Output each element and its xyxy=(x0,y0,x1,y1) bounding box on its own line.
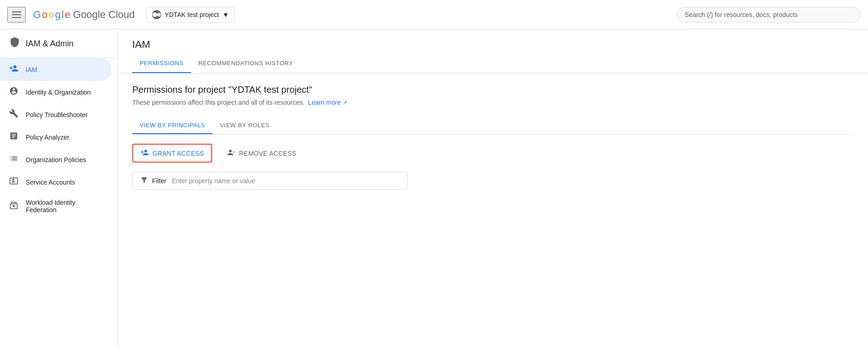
learn-more-link[interactable]: Learn more xyxy=(308,99,341,106)
main-content: Permissions for project "YDTAK test proj… xyxy=(118,73,868,201)
monitor-account-icon xyxy=(9,176,18,188)
remove-access-label: REMOVE ACCESS xyxy=(239,150,296,157)
dropdown-chevron-icon: ▼ xyxy=(223,11,229,18)
filter-bar[interactable]: Filter Enter property name or value xyxy=(132,172,408,190)
article-icon xyxy=(9,131,18,143)
filter-icon xyxy=(140,176,148,186)
sidebar-policy-troubleshooter-label: Policy Troubleshooter xyxy=(26,111,88,118)
sidebar-workload-identity-label: Workload Identity Federation xyxy=(26,199,102,214)
person-add-icon xyxy=(9,64,18,75)
sidebar-item-service-accounts[interactable]: Service Accounts xyxy=(0,171,112,193)
sidebar-item-workload-identity[interactable]: Workload Identity Federation xyxy=(0,193,112,219)
sidebar-item-policy-analyzer[interactable]: Policy Analyzer xyxy=(0,126,112,148)
action-buttons: GRANT ACCESS REMOVE ACCESS xyxy=(132,144,853,163)
filter-label: Filter xyxy=(152,177,166,185)
sidebar: IAM & Admin IAM Identity & Organization xyxy=(0,29,118,349)
tab-recommendations-history[interactable]: RECOMMENDATIONS HISTORY xyxy=(191,54,301,73)
sub-tab-view-by-principals[interactable]: VIEW BY PRINCIPALS xyxy=(132,117,213,134)
sidebar-item-iam[interactable]: IAM xyxy=(0,58,112,81)
page-title: IAM xyxy=(118,29,868,51)
search-bar[interactable]: Search (/) for resources, docs, products xyxy=(677,7,861,23)
tab-permissions[interactable]: PERMISSIONS xyxy=(132,54,191,73)
sidebar-policy-analyzer-label: Policy Analyzer xyxy=(26,134,69,141)
sidebar-identity-org-label: Identity & Organization xyxy=(26,89,91,96)
project-icon xyxy=(152,10,161,19)
sidebar-org-policies-label: Organization Policies xyxy=(26,156,86,163)
permissions-title: Permissions for project "YDTAK test proj… xyxy=(132,84,853,95)
list-icon xyxy=(9,154,18,165)
sub-tabs: VIEW BY PRINCIPALS VIEW BY ROLES xyxy=(132,117,853,135)
project-selector[interactable]: YDTAK test project ▼ xyxy=(146,7,235,23)
grant-access-label: GRANT ACCESS xyxy=(152,150,204,157)
sidebar-iam-label: IAM xyxy=(26,66,37,73)
main-tabs: PERMISSIONS RECOMMENDATIONS HISTORY xyxy=(118,54,868,73)
external-link-icon: ↗ xyxy=(343,100,347,106)
project-name: YDTAK test project xyxy=(165,11,219,18)
filter-placeholder: Enter property name or value xyxy=(172,177,255,185)
sidebar-service-accounts-label: Service Accounts xyxy=(26,179,75,186)
sidebar-header-label: IAM & Admin xyxy=(26,39,73,49)
grant-access-button[interactable]: GRANT ACCESS xyxy=(132,144,212,163)
account-circle-icon xyxy=(9,86,18,98)
wrench-icon xyxy=(9,109,18,120)
sidebar-item-identity-org[interactable]: Identity & Organization xyxy=(0,81,112,103)
main-layout: IAM & Admin IAM Identity & Organization xyxy=(0,29,868,349)
remove-access-button[interactable]: REMOVE ACCESS xyxy=(220,145,304,162)
sidebar-item-org-policies[interactable]: Organization Policies xyxy=(0,148,112,171)
sidebar-header: IAM & Admin xyxy=(0,29,117,58)
permissions-description: These permissions affect this project an… xyxy=(132,99,853,106)
iam-admin-icon xyxy=(9,37,20,51)
sidebar-item-policy-troubleshooter[interactable]: Policy Troubleshooter xyxy=(0,103,112,126)
content-area: IAM PERMISSIONS RECOMMENDATIONS HISTORY … xyxy=(118,29,868,349)
sub-tab-view-by-roles[interactable]: VIEW BY ROLES xyxy=(213,117,277,134)
hamburger-menu-button[interactable] xyxy=(7,7,26,23)
person-add-icon xyxy=(141,148,149,158)
badge-icon xyxy=(9,201,18,212)
top-navigation: Google Google Cloud YDTAK test project ▼… xyxy=(0,0,868,29)
search-placeholder: Search (/) for resources, docs, products xyxy=(685,11,798,18)
google-logo[interactable]: Google Google Cloud xyxy=(33,9,135,21)
person-remove-icon xyxy=(227,148,235,158)
